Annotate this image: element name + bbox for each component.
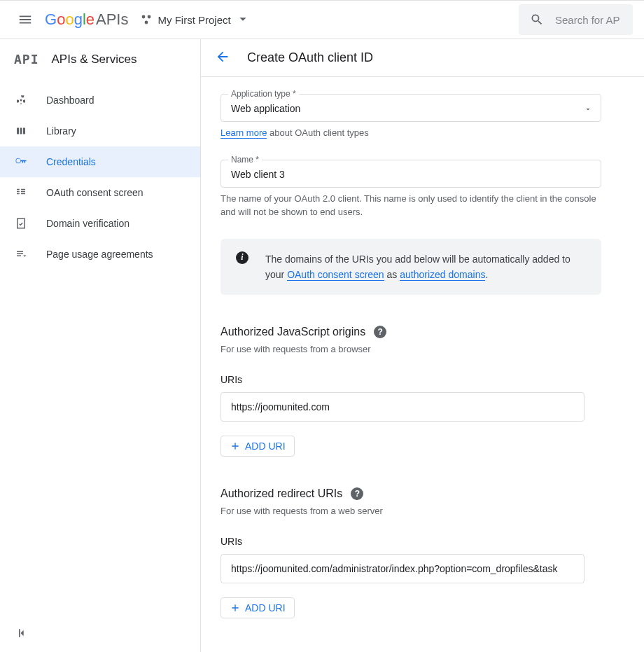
caret-down-icon <box>235 11 251 29</box>
sidebar-item-page-usage[interactable]: Page usage agreements <box>0 239 200 270</box>
uris-label: URIs <box>220 536 601 547</box>
authorized-domains-link[interactable]: authorized domains <box>400 269 485 281</box>
help-icon[interactable]: ? <box>351 487 363 500</box>
dashboard-icon <box>14 93 28 107</box>
add-js-origin-button[interactable]: ADD URI <box>220 436 295 457</box>
sidebar-item-library[interactable]: Library <box>0 116 200 146</box>
main-content: Create OAuth client ID Application type … <box>201 39 644 652</box>
redirect-title: Authorized redirect URIs <box>220 487 342 500</box>
page-title: Create OAuth client ID <box>247 50 373 65</box>
sidebar-item-label: Page usage agreements <box>46 249 153 260</box>
js-origins-sub: For use with requests from a browser <box>220 344 601 354</box>
sidebar-item-label: Credentials <box>46 156 96 167</box>
js-origins-title: Authorized JavaScript origins <box>220 326 365 338</box>
dropdown-arrow-icon <box>584 104 592 116</box>
library-icon <box>14 124 28 138</box>
learn-more-link[interactable]: Learn more <box>220 127 267 139</box>
svg-point-1 <box>148 15 151 19</box>
sidebar-item-label: Dashboard <box>46 95 94 106</box>
project-selector[interactable]: My First Project <box>141 11 250 29</box>
sidebar-title: APIs & Services <box>52 53 137 67</box>
app-type-helper: Learn more about OAuth client types <box>220 126 601 140</box>
svg-point-2 <box>145 21 148 25</box>
sidebar-item-label: Domain verification <box>46 218 130 229</box>
add-uri-label: ADD URI <box>245 602 286 613</box>
redirect-uris-section: Authorized redirect URIs ? For use with … <box>220 487 601 618</box>
key-icon <box>14 155 28 169</box>
google-apis-logo[interactable]: Google APIs <box>45 11 128 29</box>
name-input[interactable]: Name * Web client 3 <box>220 160 601 188</box>
svg-point-0 <box>142 15 146 19</box>
name-helper: The name of your OAuth 2.0 client. This … <box>220 192 601 219</box>
name-label: Name * <box>228 155 262 165</box>
js-origin-uri-input[interactable] <box>220 392 584 422</box>
info-box: i The domains of the URIs you add below … <box>220 239 601 296</box>
application-type-select[interactable]: Application type * Web application <box>220 94 601 122</box>
add-redirect-uri-button[interactable]: ADD URI <box>220 597 295 618</box>
top-header: Google APIs My First Project Search for … <box>0 0 644 39</box>
api-logo: API <box>14 52 39 67</box>
main-header: Create OAuth client ID <box>201 39 644 77</box>
sidebar-item-label: Library <box>46 125 76 137</box>
sidebar-item-dashboard[interactable]: Dashboard <box>0 85 200 116</box>
sidebar-item-oauth-consent[interactable]: OAuth consent screen <box>0 177 200 208</box>
hamburger-menu-button[interactable] <box>11 6 39 34</box>
redirect-uri-input[interactable] <box>220 554 584 583</box>
check-icon <box>14 216 28 230</box>
name-value: Web client 3 <box>221 160 601 187</box>
search-icon <box>530 13 544 27</box>
sidebar-item-domain-verification[interactable]: Domain verification <box>0 208 200 239</box>
add-uri-label: ADD URI <box>245 441 286 452</box>
js-origins-section: Authorized JavaScript origins ? For use … <box>220 326 601 457</box>
usage-icon <box>14 247 28 261</box>
oauth-consent-link[interactable]: OAuth consent screen <box>287 269 384 281</box>
uris-label: URIs <box>220 374 601 385</box>
collapse-sidebar-button[interactable] <box>15 626 29 642</box>
project-dots-icon <box>141 14 152 25</box>
info-text: The domains of the URIs you add below wi… <box>265 251 586 283</box>
search-box[interactable]: Search for AP <box>519 4 633 35</box>
search-placeholder: Search for AP <box>555 14 620 26</box>
project-name: My First Project <box>158 14 230 26</box>
apis-text: APIs <box>96 11 128 29</box>
redirect-sub: For use with requests from a web server <box>220 506 601 516</box>
sidebar-item-label: OAuth consent screen <box>46 187 144 198</box>
back-arrow-button[interactable] <box>215 49 230 67</box>
consent-icon <box>14 186 28 200</box>
sidebar: API APIs & Services Dashboard Library Cr… <box>0 39 201 652</box>
sidebar-header: API APIs & Services <box>0 39 200 79</box>
app-type-label: Application type * <box>228 89 299 99</box>
help-icon[interactable]: ? <box>374 326 386 338</box>
info-icon: i <box>236 251 248 264</box>
sidebar-item-credentials[interactable]: Credentials <box>0 146 200 177</box>
